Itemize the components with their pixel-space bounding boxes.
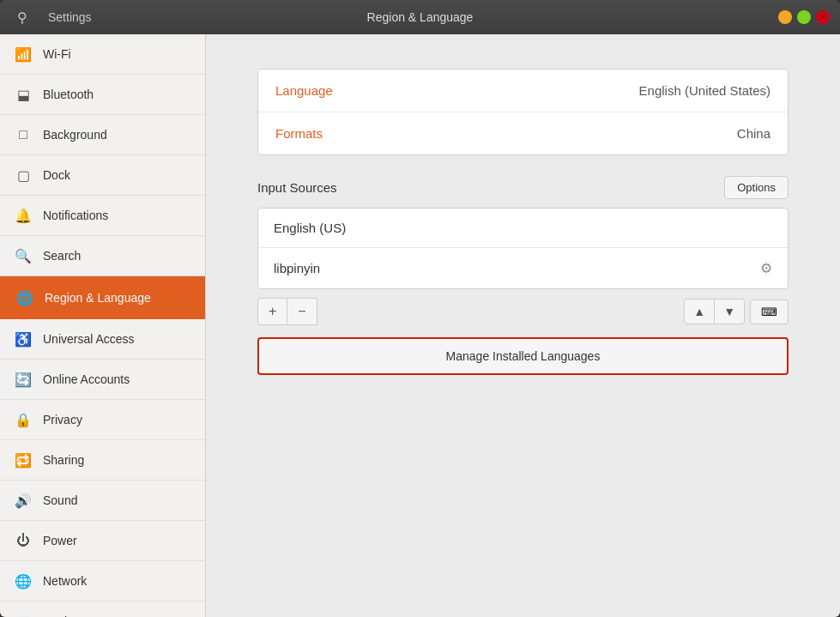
manage-languages-button[interactable]: Manage Installed Languages xyxy=(257,337,789,375)
minimize-button[interactable] xyxy=(778,10,792,24)
sidebar-item-power[interactable]: ⏻ Power xyxy=(0,521,205,561)
network-icon: 🌐 xyxy=(14,572,33,590)
options-button[interactable]: Options xyxy=(724,176,789,199)
online-accounts-icon: 🔄 xyxy=(14,370,33,389)
remove-source-button[interactable]: − xyxy=(287,298,317,325)
region-icon: 🌐 xyxy=(15,288,34,307)
maximize-button[interactable] xyxy=(797,10,811,24)
sidebar-item-bluetooth[interactable]: ⬓ Bluetooth xyxy=(0,75,205,115)
power-icon: ⏻ xyxy=(14,531,33,550)
input-sources-header: Input Sources Options xyxy=(257,176,789,199)
sidebar-label-power: Power xyxy=(43,534,191,547)
sidebar-label-network: Network xyxy=(43,574,191,588)
universal-access-icon: ♿ xyxy=(14,330,33,348)
formats-value: China xyxy=(737,126,771,141)
app-title: Settings xyxy=(48,10,92,24)
sidebar-label-universal-access: Universal Access xyxy=(43,332,191,346)
move-down-button[interactable]: ▼ xyxy=(715,299,745,324)
privacy-icon: 🔒 xyxy=(14,410,33,429)
sidebar-item-online-accounts[interactable]: 🔄 Online Accounts xyxy=(0,360,205,400)
move-up-button[interactable]: ▲ xyxy=(684,299,715,324)
input-sources-title: Input Sources xyxy=(257,180,337,195)
close-button[interactable] xyxy=(816,10,830,24)
background-icon: □ xyxy=(14,125,33,144)
search-sidebar-icon: 🔍 xyxy=(14,246,33,265)
sidebar-item-devices[interactable]: 💻 Devices › xyxy=(0,602,205,617)
sidebar-label-privacy: Privacy xyxy=(43,413,191,426)
language-label: Language xyxy=(275,83,639,98)
formats-row[interactable]: Formats China xyxy=(258,112,788,154)
gear-icon[interactable]: ⚙ xyxy=(760,260,772,276)
main-content: Language English (United States) Formats… xyxy=(206,34,840,617)
sidebar-item-background[interactable]: □ Background xyxy=(0,115,205,155)
language-formats-card: Language English (United States) Formats… xyxy=(257,69,789,155)
keyboard-button[interactable]: ⌨ xyxy=(750,299,789,324)
dock-icon: ▢ xyxy=(14,166,33,184)
sidebar-item-region[interactable]: 🌐 Region & Language xyxy=(0,276,205,319)
sidebar-label-bluetooth: Bluetooth xyxy=(43,88,191,101)
titlebar: ⚲ Settings Region & Language xyxy=(0,0,840,34)
search-icon[interactable]: ⚲ xyxy=(10,5,34,29)
sidebar-item-sharing[interactable]: 🔁 Sharing xyxy=(0,440,205,481)
sidebar-item-search[interactable]: 🔍 Search xyxy=(0,236,205,276)
sidebar-item-privacy[interactable]: 🔒 Privacy xyxy=(0,400,205,440)
sidebar: 📶 Wi-Fi ⬓ Bluetooth □ Background ▢ Dock … xyxy=(0,34,206,617)
content-area: 📶 Wi-Fi ⬓ Bluetooth □ Background ▢ Dock … xyxy=(0,34,840,617)
input-source-english-label: English (US) xyxy=(274,221,772,235)
app-window: ⚲ Settings Region & Language 📶 Wi-Fi ⬓ B… xyxy=(0,0,840,617)
sidebar-item-network[interactable]: 🌐 Network xyxy=(0,561,205,602)
sidebar-label-notifications: Notifications xyxy=(43,209,191,222)
language-value: English (United States) xyxy=(639,83,771,98)
sidebar-label-background: Background xyxy=(43,128,191,142)
sidebar-item-sound[interactable]: 🔊 Sound xyxy=(0,481,205,521)
window-controls xyxy=(778,10,830,24)
sidebar-label-region: Region & Language xyxy=(45,291,190,305)
input-source-libpinyin-label: libpinyin xyxy=(274,261,760,275)
sound-icon: 🔊 xyxy=(14,491,33,510)
sidebar-item-dock[interactable]: ▢ Dock xyxy=(0,155,205,196)
sidebar-item-wifi[interactable]: 📶 Wi-Fi xyxy=(0,34,205,75)
sidebar-label-sharing: Sharing xyxy=(43,453,191,467)
bluetooth-icon: ⬓ xyxy=(14,85,33,104)
input-sources-toolbar: + − ▲ ▼ ⌨ xyxy=(257,298,789,325)
input-sources-card: English (US) libpinyin ⚙ xyxy=(257,208,789,289)
devices-icon: 💻 xyxy=(14,612,33,617)
sidebar-label-dock: Dock xyxy=(43,168,191,182)
sidebar-item-universal-access[interactable]: ♿ Universal Access xyxy=(0,319,205,360)
language-row[interactable]: Language English (United States) xyxy=(258,70,788,112)
formats-label: Formats xyxy=(275,126,737,141)
wifi-icon: 📶 xyxy=(14,45,33,64)
input-source-libpinyin[interactable]: libpinyin ⚙ xyxy=(258,248,788,288)
sidebar-item-notifications[interactable]: 🔔 Notifications xyxy=(0,196,205,236)
sidebar-label-online-accounts: Online Accounts xyxy=(43,372,191,386)
sidebar-label-wifi: Wi-Fi xyxy=(43,47,191,61)
add-source-button[interactable]: + xyxy=(257,298,287,325)
panel-title: Region & Language xyxy=(367,10,474,24)
keyboard-icon: ⌨ xyxy=(761,305,777,318)
sidebar-label-sound: Sound xyxy=(43,493,191,507)
notifications-icon: 🔔 xyxy=(14,206,33,225)
sharing-icon: 🔁 xyxy=(14,451,33,469)
sidebar-label-search: Search xyxy=(43,249,191,263)
input-source-english[interactable]: English (US) xyxy=(258,209,788,248)
